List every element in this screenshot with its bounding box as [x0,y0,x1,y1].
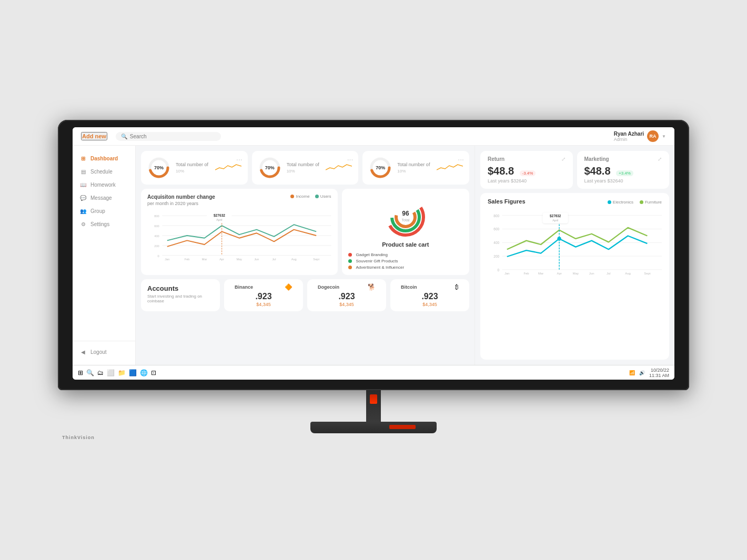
stat-card-sub-3: 10% [397,169,431,174]
legend-income: Income [290,194,309,199]
homework-icon: 📖 [80,182,86,188]
taskbar-icons: ⊞ 🔍 🗂 ⬜ 📁 🟦 🌐 ⊡ [78,369,156,376]
bottom-row: Accounts Start investing and trading on … [141,279,469,311]
stand-neck-accent [370,394,377,404]
svg-text:Aug: Aug [291,258,297,261]
svg-text:400: 400 [154,235,159,238]
edge-icon[interactable]: ⬜ [107,369,115,376]
terminal-icon[interactable]: ⊡ [151,369,156,376]
donut-label-2: 70% [265,165,275,170]
user-info: Ryan Azhari Admin RA ▼ [614,130,666,142]
screen: Add new 🔍 Ryan Azhari Admin RA ▼ [73,127,674,380]
stat-card-text-3: Total number of 10% [397,162,431,174]
add-new-button[interactable]: Add new [81,132,107,140]
svg-text:Aug: Aug [625,272,631,275]
svg-point-45 [557,237,561,240]
svg-text:800: 800 [154,215,159,218]
chrome-icon[interactable]: 🌐 [140,369,148,376]
store-icon[interactable]: 🟦 [129,369,137,376]
stat-card-2: ··· 70% Total number of 10% [252,151,359,185]
search-input[interactable] [130,134,216,139]
chart-legend: Income Users [290,194,331,199]
marketing-card: Marketing ⤢ $48.8 +3.4% Last years $3264… [577,151,670,189]
product-legend-item-1: Gadget Branding [348,252,463,257]
sidebar-item-message[interactable]: 💬 Message [73,191,135,205]
svg-text:0: 0 [497,268,499,272]
stat-card-title-1: Total number of [176,162,210,168]
dogecoin-price: $4,345 [318,302,376,307]
svg-text:96: 96 [402,210,409,217]
binance-price: $4,345 [235,302,292,307]
users-dot [315,195,319,198]
svg-text:Jan: Jan [165,258,169,261]
marketing-title: Marketing [584,156,609,162]
sidebar-item-schedule[interactable]: ▤ Schedule [73,165,135,178]
acquisition-svg: 800 600 400 200 0 [147,209,331,262]
return-amount-row: $48.8 -3.4% [488,165,566,177]
svg-text:Jun: Jun [589,272,594,275]
card-menu-icon[interactable]: ··· [458,155,464,164]
svg-text:Sept: Sept [644,272,651,275]
avatar: RA [647,130,659,142]
stat-cards-row: ··· 70% Total number of 10% [141,151,469,185]
bitcoin-price: $4,345 [401,302,459,307]
product-card: 96 Total Product sale cart Gadget Brandi… [342,189,469,275]
product-card-title: Product sale cart [382,241,429,248]
accounts-card: Accounts Start investing and trading on … [141,279,220,311]
card-menu-icon[interactable]: ··· [236,155,243,164]
sidebar-item-settings[interactable]: ⚙ Settings [73,218,135,231]
dogecoin-card: Dogecoin 🐕 .923 $4,345 [307,279,386,311]
svg-text:Feb: Feb [185,258,190,261]
sales-card: Sales Figures Electronics Furniture [480,193,669,360]
brand-label: ThinkVision [58,435,689,440]
svg-text:Apr: Apr [557,272,561,275]
card-menu-icon[interactable]: ··· [347,155,354,164]
taskbar-right: 📶 🔊 10/20/22 11:31 AM [629,368,669,378]
product-legend-item-3: Advertisment & Influencer [348,265,463,270]
svg-text:April: April [552,219,558,222]
sidebar-item-group[interactable]: 👥 Group [73,205,135,218]
svg-text:Jul: Jul [272,258,276,261]
windows-icon[interactable]: ⊞ [78,369,83,376]
svg-text:600: 600 [493,227,499,231]
expand-icon-2[interactable]: ⤢ [658,156,662,162]
acquisition-chart-sub: per month in 2020 years [147,201,215,206]
donut-chart-1: 70% [147,156,170,179]
stat-card-3: ··· 70% Total number of 10% [362,151,469,185]
stat-card-sub-2: 10% [287,169,321,174]
svg-text:600: 600 [154,225,159,228]
donut-chart-3: 70% [369,156,392,179]
sidebar-item-label: Dashboard [90,156,118,161]
sidebar-item-logout[interactable]: ◀ Logout [73,345,135,359]
taskbar-time-val: 11:31 AM [649,373,669,378]
marketing-amount-row: $48.8 +3.4% [584,165,662,177]
content: ··· 70% Total number of 10% [136,146,475,365]
legend-electronics: Electronics [608,200,633,205]
search-icon: 🔍 [121,134,127,139]
settings-icon: ⚙ [80,221,86,227]
marketing-header: Marketing ⤢ [584,156,662,162]
sales-header: Sales Figures Electronics Furniture [488,198,662,208]
dashboard-icon: ⊞ [80,156,86,161]
search-taskbar-icon[interactable]: 🔍 [86,369,94,376]
sidebar-item-homework[interactable]: 📖 Homework [73,178,135,191]
bitcoin-value: .923 [401,292,459,301]
ads-dot [348,266,352,269]
dogecoin-item: Dogecoin 🐕 .923 $4,345 [314,283,380,307]
expand-icon[interactable]: ⤢ [561,156,566,162]
sales-title: Sales Figures [488,198,526,205]
donut-chart-2: 70% [258,156,281,179]
search-box: 🔍 [116,132,221,141]
return-card: Return ⤢ $48.8 -3.4% Last years $32640 [480,151,573,189]
taskview-icon[interactable]: 🗂 [97,369,104,376]
explorer-icon[interactable]: 📁 [118,369,126,376]
svg-text:800: 800 [493,214,499,218]
return-title: Return [488,156,504,162]
sidebar-item-label: Logout [90,349,107,355]
legend-users: Users [315,194,331,199]
svg-text:Feb: Feb [523,272,529,275]
sidebar-item-dashboard[interactable]: ⊞ Dashboard [73,152,135,165]
logout-icon: ◀ [80,349,86,355]
sidebar-item-label: Schedule [90,169,113,175]
accounts-sub: Start investing and trading on coinbase [147,294,214,303]
